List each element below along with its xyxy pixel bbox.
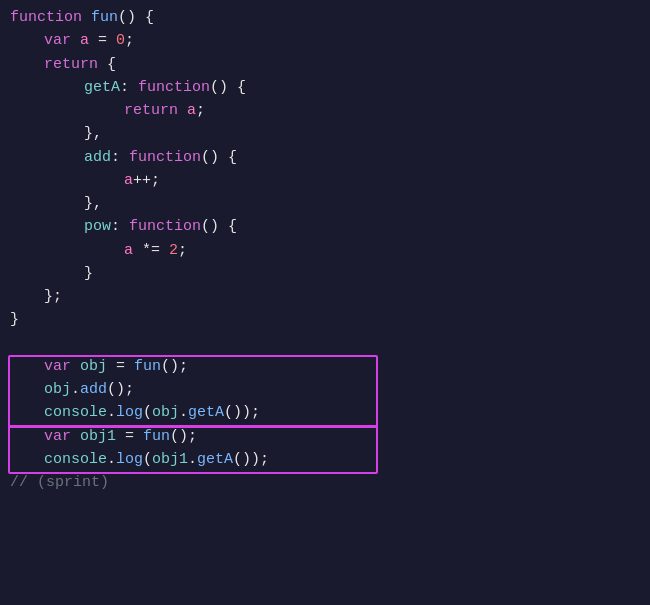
code-line-14: } bbox=[0, 308, 650, 331]
code-line-7: add: function() { bbox=[0, 146, 650, 169]
code-line-9: }, bbox=[0, 192, 650, 215]
code-line-18: console.log(obj.getA()); bbox=[0, 401, 650, 424]
code-line-11: a *= 2; bbox=[0, 239, 650, 262]
code-line-15 bbox=[0, 332, 650, 355]
code-line-19: var obj1 = fun(); bbox=[0, 425, 650, 448]
code-line-3: return { bbox=[0, 53, 650, 76]
code-line-12: } bbox=[0, 262, 650, 285]
code-line-13: }; bbox=[0, 285, 650, 308]
code-line-10: pow: function() { bbox=[0, 215, 650, 238]
code-editor: function fun() { var a = 0; return { get… bbox=[0, 0, 650, 605]
code-line-8: a++; bbox=[0, 169, 650, 192]
code-line-6: }, bbox=[0, 122, 650, 145]
code-line-1: function fun() { bbox=[0, 6, 650, 29]
code-line-16: var obj = fun(); bbox=[0, 355, 650, 378]
code-line-20: console.log(obj1.getA()); bbox=[0, 448, 650, 471]
code-line-4: getA: function() { bbox=[0, 76, 650, 99]
code-line-21: // (sprint) bbox=[0, 471, 650, 494]
code-line-5: return a; bbox=[0, 99, 650, 122]
keyword-function: function bbox=[10, 6, 82, 29]
code-line-17: obj.add(); bbox=[0, 378, 650, 401]
code-line-2: var a = 0; bbox=[0, 29, 650, 52]
